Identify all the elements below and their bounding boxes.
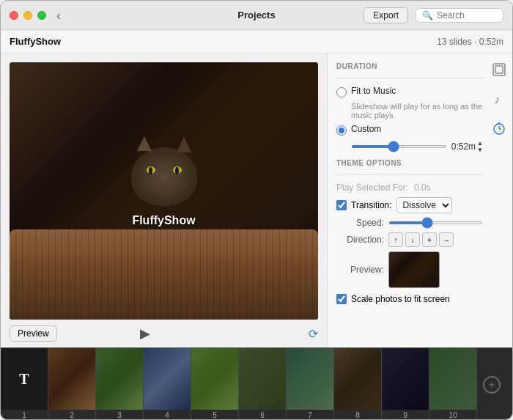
film-num-7: 7 <box>287 410 333 420</box>
speed-slider[interactable] <box>388 221 483 224</box>
transition-label: Transition: <box>351 200 392 210</box>
video-preview: FluffyShow <box>10 62 318 320</box>
film-num-10: 10 <box>429 410 476 420</box>
window-title: Projects <box>237 10 275 21</box>
preview-thumb-row: Preview: <box>336 251 483 288</box>
scale-checkbox[interactable] <box>336 294 347 304</box>
music-icon-button[interactable]: ♪ <box>489 89 509 109</box>
custom-radio[interactable] <box>336 125 347 136</box>
film-num-3: 3 <box>96 410 143 420</box>
back-button[interactable]: ‹ <box>56 9 61 22</box>
thumb-text-1: T <box>19 371 29 388</box>
film-num-2: 2 <box>48 410 95 420</box>
film-thumb-7 <box>287 348 333 410</box>
film-num-1: 1 <box>1 410 48 420</box>
film-num-5: 5 <box>191 410 238 420</box>
duration-value: 0:52m ▲▼ <box>451 140 483 153</box>
film-item-9[interactable]: 9 <box>382 348 429 420</box>
cat-body <box>120 147 208 243</box>
minimize-button[interactable] <box>23 11 32 20</box>
film-num-6: 6 <box>239 410 286 420</box>
duration-slider[interactable] <box>351 145 447 148</box>
film-num-9: 9 <box>382 410 429 420</box>
film-item-1[interactable]: T 1 <box>1 348 48 420</box>
film-thumb-5 <box>191 348 238 410</box>
dir-down-button[interactable]: ↓ <box>405 232 420 247</box>
timer-icon-button[interactable] <box>489 118 509 139</box>
duration-slider-row: 0:52m ▲▼ <box>351 140 483 153</box>
scale-label: Scale photos to fit screen <box>351 294 450 304</box>
fit-to-music-radio[interactable] <box>336 87 347 97</box>
filmstrip: T 1 2 3 4 5 6 7 8 9 10 <box>1 347 512 420</box>
speed-row: Speed: <box>336 218 483 228</box>
film-thumb-3 <box>96 348 143 410</box>
film-item-6[interactable]: 6 <box>239 348 287 420</box>
video-controls: Preview ▶ ⟳ <box>10 325 318 342</box>
film-item-5[interactable]: 5 <box>191 348 239 420</box>
play-selected-row: Play Selected For: 0.0s <box>336 183 483 193</box>
traffic-lights <box>10 11 46 20</box>
transition-checkbox[interactable] <box>336 200 347 210</box>
search-box[interactable]: 🔍 <box>416 8 503 23</box>
titlebar: ‹ Projects Export 🔍 <box>1 1 512 30</box>
scale-row: Scale photos to fit screen <box>336 294 483 304</box>
direction-label: Direction: <box>336 235 384 245</box>
cat-head <box>131 147 197 206</box>
preview-button[interactable]: Preview <box>10 325 57 342</box>
duration-divider <box>336 78 483 78</box>
duration-stepper[interactable]: ▲▼ <box>477 140 483 153</box>
film-item-10[interactable]: 10 <box>429 348 477 420</box>
right-panel: DURATION Fit to Music Slideshow will pla… <box>327 54 512 347</box>
preview-thumbnail <box>388 251 440 288</box>
maximize-button[interactable] <box>37 11 46 20</box>
film-thumb-8 <box>334 348 381 410</box>
film-item-4[interactable]: 4 <box>144 348 191 420</box>
transition-select[interactable]: Dissolve <box>396 197 452 213</box>
loop-button[interactable]: ⟳ <box>309 327 318 341</box>
custom-radio-row: Custom <box>336 124 483 136</box>
add-circle-icon: + <box>483 376 501 394</box>
svg-rect-1 <box>495 66 503 73</box>
film-thumb-9 <box>382 348 429 410</box>
fit-to-music-desc: Slideshow will play for as long as the m… <box>351 102 483 119</box>
export-button[interactable]: Export <box>363 7 408 23</box>
titlebar-actions: Export 🔍 <box>363 7 503 23</box>
film-item-2[interactable]: 2 <box>48 348 96 420</box>
photos-icon-button[interactable] <box>489 59 509 80</box>
fit-to-music-label: Fit to Music <box>351 86 396 96</box>
duration-section-label: DURATION <box>336 62 483 70</box>
film-num-4: 4 <box>144 410 191 420</box>
direction-row: Direction: ↑ ↓ + → <box>336 232 483 247</box>
project-bar: FluffyShow 13 slides · 0:52m <box>1 30 512 54</box>
right-panel-wrapper: DURATION Fit to Music Slideshow will pla… <box>327 54 512 347</box>
film-item-8[interactable]: 8 <box>334 348 382 420</box>
play-button[interactable]: ▶ <box>140 325 150 342</box>
theme-section-label: THEME OPTIONS <box>336 159 483 167</box>
cat-basket <box>10 229 318 320</box>
dir-up-button[interactable]: ↑ <box>388 232 403 247</box>
close-button[interactable] <box>10 11 18 20</box>
play-selected-value: 0.0s <box>414 183 431 193</box>
direction-buttons: ↑ ↓ + → <box>388 232 454 247</box>
fit-to-music-row: Fit to Music <box>336 86 483 97</box>
film-thumb-2 <box>48 348 95 410</box>
film-item-7[interactable]: 7 <box>287 348 334 420</box>
film-thumb-1: T <box>1 348 48 410</box>
play-selected-label: Play Selected For: <box>336 183 408 193</box>
search-input[interactable] <box>437 10 495 21</box>
project-meta: 13 slides · 0:52m <box>437 37 503 47</box>
film-thumb-10 <box>429 348 476 410</box>
speed-label: Speed: <box>336 218 384 228</box>
film-add-button[interactable]: + <box>477 348 506 420</box>
project-name: FluffyShow <box>10 36 61 47</box>
dir-right-button[interactable]: → <box>439 232 454 247</box>
film-num-8: 8 <box>334 410 381 420</box>
dir-plus-button[interactable]: + <box>422 232 437 247</box>
video-label: FluffyShow <box>132 214 195 227</box>
search-icon: 🔍 <box>422 10 433 21</box>
cat-eye-left <box>146 166 156 174</box>
film-item-3[interactable]: 3 <box>96 348 144 420</box>
side-icons: ♪ <box>486 54 512 144</box>
custom-label: Custom <box>351 124 381 134</box>
preview-thumb-inner <box>389 252 439 287</box>
